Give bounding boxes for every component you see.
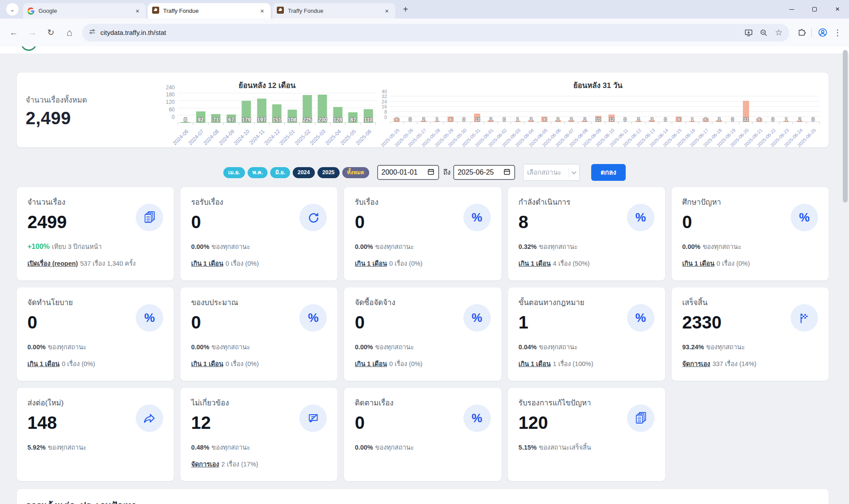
date-to-input[interactable]: 2025-06-25 xyxy=(453,165,515,180)
chat-slash-icon xyxy=(299,405,327,432)
bar-slot: 0 xyxy=(766,96,780,122)
traffy-favicon-icon xyxy=(277,7,284,15)
card-link[interactable]: เกิน 1 เดือน xyxy=(682,260,715,267)
install-app-icon[interactable] xyxy=(742,26,756,40)
card-link-line: เกิน 1 เดือน0 เรื่อง (0%) xyxy=(27,359,163,369)
chevron-down-icon xyxy=(571,169,576,174)
stat-card-3: รับเรื่อง0%0.00%ของทุกสถานะเกิน 1 เดือน0… xyxy=(344,187,501,281)
card-subtitle: 0.00%ของทุกสถานะ xyxy=(191,241,327,252)
calendar-icon[interactable] xyxy=(503,168,511,177)
bar-value-label: 2 xyxy=(637,117,640,122)
card-link[interactable]: เปิดเรื่อง (reopen) xyxy=(27,260,78,267)
chart-31-days: ย้อนหลัง 31 วัน0816243240602180133013833… xyxy=(376,73,820,147)
card-link-line: จัดการเอง337 เรื่อง (14%) xyxy=(682,359,818,369)
y-axis-tick-label: 8 xyxy=(384,109,390,115)
back-button[interactable]: ← xyxy=(6,25,21,40)
filter-pill-month-3[interactable]: มิ.ย. xyxy=(270,167,290,178)
card-link[interactable]: จัดการเอง xyxy=(682,360,710,367)
bars: 602180133013833210120230816303360120 xyxy=(390,96,820,122)
card-link-rest: 337 เรื่อง (14%) xyxy=(712,360,756,367)
tab-close-button[interactable]: × xyxy=(258,7,266,15)
filter-pill-all-6[interactable]: ทั้งหมด xyxy=(342,167,369,178)
new-tab-button[interactable]: + xyxy=(400,4,411,15)
minimize-button[interactable] xyxy=(780,0,803,19)
extensions-icon[interactable] xyxy=(795,26,809,40)
stat-card-9: ขั้นตอนทางกฎหมาย1%0.04%ของทุกสถานะเกิน 1… xyxy=(508,287,665,381)
forward-icon: → xyxy=(28,28,37,38)
reload-button[interactable]: ↻ xyxy=(43,25,58,40)
filter-pill-year-5[interactable]: 2025 xyxy=(317,167,340,178)
card-subtitle: 0.00%ของทุกสถานะ xyxy=(191,342,327,352)
forward-button[interactable]: → xyxy=(25,25,40,40)
card-link[interactable]: เกิน 1 เดือน xyxy=(355,360,387,367)
maximize-button[interactable] xyxy=(803,0,826,19)
browser-menu-icon[interactable]: ⋮ xyxy=(830,26,845,40)
card-subtitle: 0.00%ของทุกสถานะ xyxy=(682,241,818,252)
calendar-icon[interactable] xyxy=(427,168,435,177)
bar-value-label: 6 xyxy=(758,117,761,122)
submit-button[interactable]: ตกลง xyxy=(591,164,626,181)
browser-tab-3[interactable]: Traffy Fondue× xyxy=(272,3,395,19)
card-subtitle: 0.00%ของทุกสถานะ xyxy=(355,241,490,252)
card-link[interactable]: เกิน 1 เดือน xyxy=(355,260,387,267)
address-bar[interactable]: citydata.traffy.in.th/stat ☆ xyxy=(82,24,789,42)
filter-pill-month-1[interactable]: เม.ย. xyxy=(223,167,245,178)
bar-slot: 2 xyxy=(578,96,591,122)
card-link[interactable]: เกิน 1 เดือน xyxy=(519,260,551,267)
card-link-rest: 1 เรื่อง (100%) xyxy=(553,360,593,367)
bar-value-label: 3 xyxy=(557,117,559,122)
bar-slot: 8 xyxy=(178,93,193,123)
card-sub-value: 0.00% xyxy=(355,444,373,451)
site-settings-icon[interactable] xyxy=(88,28,96,37)
home-button[interactable]: ⌂ xyxy=(62,25,77,40)
card-subtitle: +100%เทียบ 3 ปีก่อนหน้า xyxy=(27,241,163,252)
tab-close-button[interactable]: × xyxy=(383,7,391,15)
percent-icon: % xyxy=(299,304,327,332)
close-window-button[interactable]: × xyxy=(826,0,849,19)
stat-card-2: รอรับเรื่อง00.00%ของทุกสถานะเกิน 1 เดือน… xyxy=(180,187,338,281)
card-subtitle: 5.92%ของทุกสถานะ xyxy=(27,442,163,452)
dashboard-page: จำนวนเรื่องทั้งหมด 2,499 ย้อนหลัง 12 เดื… xyxy=(0,46,849,504)
y-axis-tick-label: 0 xyxy=(172,114,178,120)
card-link[interactable]: เกิน 1 เดือน xyxy=(27,360,60,367)
bar-slot: 151 xyxy=(269,93,284,123)
bar-value-label: 8 xyxy=(677,117,680,122)
bar-value-label: 10 xyxy=(596,117,600,122)
bar-value-label: 179 xyxy=(242,117,251,123)
section-heading: การแจ้งแต่ละประเภทปัญหา xyxy=(26,498,820,504)
status-select[interactable]: เลือกสถานะ xyxy=(523,164,580,181)
total-summary: จำนวนเรื่องทั้งหมด 2,499 xyxy=(17,73,158,147)
card-sub-text: ของทุกสถานะ xyxy=(211,444,250,451)
stat-card-13: ติดตามเรื่อง0%0.00%ของทุกสถานะ xyxy=(344,387,501,481)
card-link[interactable]: เกิน 1 เดือน xyxy=(519,360,551,367)
stat-card-12: ไม่เกี่ยวข้อง120.48%ของทุกสถานะจัดการเอง… xyxy=(180,387,338,481)
browser-tab-2[interactable]: Traffy Fondue× xyxy=(148,3,271,19)
card-link[interactable]: เกิน 1 เดือน xyxy=(191,260,223,267)
card-link[interactable]: จัดการเอง xyxy=(191,461,219,468)
x-axis-labels: 2024-062024-072024-082024-092024-102024-… xyxy=(178,125,376,148)
bar-slot: 0 xyxy=(457,96,470,122)
zoom-out-icon[interactable] xyxy=(757,26,771,40)
tab-search-button[interactable]: ⌄ xyxy=(6,3,19,15)
profile-avatar[interactable] xyxy=(815,26,830,40)
scrollbar[interactable] xyxy=(843,50,848,202)
minimize-icon xyxy=(789,9,794,10)
stat-card-14: รับรองการแก้ไขปัญหา1205.15%ของสถานะเสร็จ… xyxy=(508,387,665,481)
bar-value-label: 92 xyxy=(198,117,203,123)
chart-title: ย้อนหลัง 12 เดือน xyxy=(158,79,376,91)
bar-slot: 179 xyxy=(239,93,254,123)
filter-pill-year-4[interactable]: 2024 xyxy=(293,167,315,178)
bar-slot: 1 xyxy=(685,96,699,122)
date-from-input[interactable]: 2000-01-01 xyxy=(377,165,439,180)
card-sub-text: ของทุกสถานะ xyxy=(48,344,87,351)
card-link[interactable]: เกิน 1 เดือน xyxy=(191,360,223,367)
filter-pill-month-2[interactable]: พ.ค. xyxy=(248,167,268,178)
bar-value-label: 110 xyxy=(364,117,372,123)
site-header-partial xyxy=(0,46,849,54)
browser-tab-1[interactable]: Google× xyxy=(23,3,146,19)
tab-close-button[interactable]: × xyxy=(134,7,142,15)
bar-slot: 0 xyxy=(403,96,417,122)
card-link-rest: 537 เรื่อง 1,340 ครั้ง xyxy=(80,260,136,267)
bookmark-star-icon[interactable]: ☆ xyxy=(772,26,786,40)
google-favicon-icon xyxy=(27,8,34,15)
